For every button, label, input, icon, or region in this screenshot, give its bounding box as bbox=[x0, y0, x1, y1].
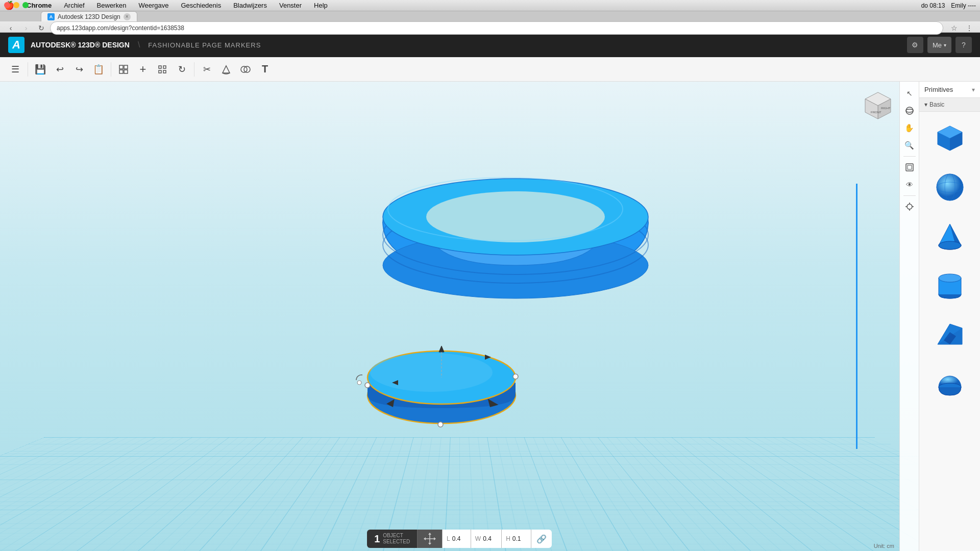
bookmark-icon[interactable]: ☆ bbox=[947, 21, 961, 35]
section-title: Basic bbox=[929, 101, 944, 108]
menu-weergave[interactable]: Weergave bbox=[136, 2, 170, 9]
tab-close-button[interactable]: × bbox=[124, 13, 131, 20]
menu-archief[interactable]: Archief bbox=[62, 2, 86, 9]
panel-header: Primitives ▾ bbox=[919, 82, 980, 98]
dim-L-label: L bbox=[447, 535, 450, 542]
primitive-cylinder[interactable] bbox=[929, 265, 970, 306]
dim-width[interactable]: W 0.4 bbox=[471, 530, 501, 548]
main-layout: FRONT RIGHT bbox=[0, 82, 980, 551]
view-cube[interactable]: FRONT RIGHT bbox=[863, 90, 893, 120]
svg-marker-46 bbox=[434, 537, 436, 540]
copy-button[interactable]: 📋 bbox=[89, 60, 108, 79]
undo-button[interactable]: ↩ bbox=[51, 60, 69, 79]
dim-W-label: W bbox=[475, 535, 481, 542]
orbit-tool[interactable] bbox=[902, 103, 917, 118]
transform-tool-btn[interactable] bbox=[417, 530, 442, 548]
toolbar-sep-3 bbox=[194, 62, 194, 77]
primitive-sphere[interactable] bbox=[929, 167, 970, 208]
svg-rect-3 bbox=[124, 70, 128, 73]
viewport[interactable]: FRONT RIGHT bbox=[0, 82, 919, 551]
app-header: A AUTODESK® 123D® DESIGN \ FASHIONABLE P… bbox=[0, 33, 980, 57]
help-button[interactable]: ? bbox=[955, 37, 972, 53]
camera-tool[interactable]: 👁 bbox=[902, 177, 917, 192]
svg-point-37 bbox=[906, 109, 913, 112]
window-minimize[interactable] bbox=[13, 2, 19, 8]
svg-rect-1 bbox=[124, 65, 128, 69]
window-maximize[interactable] bbox=[22, 2, 29, 8]
primitive-cube[interactable] bbox=[929, 118, 970, 159]
primitives-panel: Primitives ▾ ▾ Basic bbox=[919, 82, 980, 551]
nav-bar: ‹ › ↻ apps.123dapp.com/design?contentid=… bbox=[0, 21, 980, 35]
refresh-button[interactable]: ↻ bbox=[173, 60, 191, 79]
primitive-wedge[interactable] bbox=[929, 314, 970, 355]
menu-geschiedenis[interactable]: Geschiedenis bbox=[179, 2, 223, 9]
nav-back[interactable]: ‹ bbox=[4, 21, 17, 35]
redo-button[interactable]: ↪ bbox=[70, 60, 88, 79]
menu-chrome[interactable]: Chrome bbox=[24, 2, 54, 9]
dim-L-value: 0.4 bbox=[452, 535, 467, 542]
dim-W-value: 0.4 bbox=[483, 535, 497, 542]
viewport-toggle-button[interactable] bbox=[114, 60, 133, 79]
dim-height[interactable]: H 0.1 bbox=[501, 530, 531, 548]
svg-marker-50 bbox=[428, 543, 431, 545]
select-tool[interactable]: ↖ bbox=[902, 86, 917, 101]
svg-point-64 bbox=[939, 274, 961, 282]
menu-venster[interactable]: Venster bbox=[277, 2, 304, 9]
selection-info: 1 OBJECT SELECTED bbox=[367, 530, 417, 548]
svg-marker-29 bbox=[485, 355, 491, 360]
svg-point-24 bbox=[368, 351, 516, 404]
text-button[interactable]: T bbox=[256, 60, 274, 79]
menu-bladwijzers[interactable]: Bladwijzers bbox=[231, 2, 269, 9]
menubar-user: Emily ---- bbox=[951, 2, 976, 9]
tab-favicon: A bbox=[47, 13, 55, 20]
settings-icon[interactable]: ⋮ bbox=[963, 21, 976, 35]
menu-bewerken[interactable]: Bewerken bbox=[95, 2, 129, 9]
dim-H-label: H bbox=[506, 535, 510, 542]
add-button[interactable]: + bbox=[134, 60, 152, 79]
svg-marker-31 bbox=[485, 399, 499, 410]
dim-length[interactable]: L 0.4 bbox=[442, 530, 471, 548]
menubar-time: do 08:13 bbox=[921, 2, 945, 9]
menu-toggle-button[interactable]: ☰ bbox=[6, 60, 24, 79]
nav-refresh[interactable]: ↻ bbox=[35, 21, 48, 35]
vp-tool-sep bbox=[903, 156, 916, 157]
svg-marker-49 bbox=[428, 533, 431, 535]
pan-tool[interactable]: ✋ bbox=[902, 120, 917, 136]
material-button[interactable] bbox=[217, 60, 235, 79]
svg-point-32 bbox=[438, 422, 443, 427]
header-right: ⚙ Me ▾ ? bbox=[907, 37, 972, 53]
panel-section-header[interactable]: ▾ Basic bbox=[919, 98, 980, 112]
selected-label: OBJECT SELECTED bbox=[383, 533, 410, 545]
fit-tool[interactable] bbox=[902, 160, 917, 175]
svg-point-17 bbox=[383, 232, 648, 298]
primitive-cone[interactable] bbox=[929, 216, 970, 257]
primitive-half-sphere[interactable] bbox=[929, 363, 970, 404]
url-text: apps.123dapp.com/design?contentid=163853… bbox=[57, 24, 184, 32]
svg-point-35 bbox=[357, 381, 361, 385]
nav-forward[interactable]: › bbox=[19, 21, 33, 35]
autodesk-logo: A bbox=[8, 37, 24, 53]
svg-point-19 bbox=[383, 207, 648, 283]
me-button[interactable]: Me ▾ bbox=[927, 37, 951, 53]
settings-button[interactable]: ⚙ bbox=[907, 37, 923, 53]
svg-rect-4 bbox=[159, 66, 161, 68]
menu-help[interactable]: Help bbox=[312, 2, 330, 9]
project-title: FASHIONABLE PAGE MARKERS bbox=[148, 41, 261, 49]
lock-button[interactable]: 🔗 bbox=[531, 530, 552, 548]
window-close[interactable] bbox=[4, 2, 10, 8]
svg-point-18 bbox=[383, 195, 648, 274]
browser-tab[interactable]: A Autodesk 123D Design × bbox=[41, 11, 137, 21]
svg-rect-5 bbox=[163, 66, 166, 68]
address-bar[interactable]: apps.123dapp.com/design?contentid=163853… bbox=[50, 21, 943, 35]
save-button[interactable]: 💾 bbox=[31, 60, 50, 79]
svg-point-40 bbox=[907, 204, 912, 209]
svg-rect-39 bbox=[908, 165, 912, 169]
snap-button[interactable] bbox=[153, 60, 172, 79]
svg-point-16 bbox=[426, 195, 605, 248]
zoom-tool[interactable]: 🔍 bbox=[902, 138, 917, 153]
panel-toggle[interactable]: ▾ bbox=[972, 86, 975, 93]
boolean-button[interactable] bbox=[236, 60, 255, 79]
tab-bar: A Autodesk 123D Design × bbox=[0, 11, 980, 21]
measure-tool[interactable] bbox=[902, 199, 917, 214]
transform-button[interactable]: ✂ bbox=[198, 60, 216, 79]
